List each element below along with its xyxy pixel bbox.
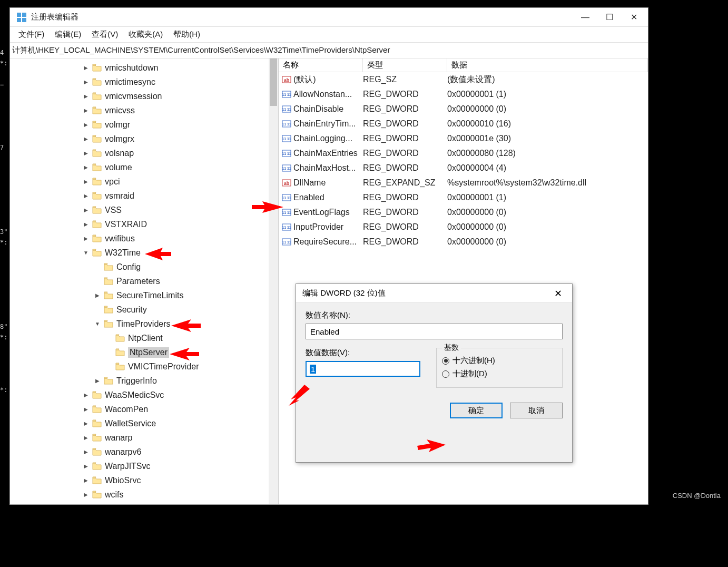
expand-icon[interactable]: ▶	[83, 164, 89, 170]
value-row[interactable]: 011 110ChainMaxHost...REG_DWORD0x0000000…	[279, 161, 648, 175]
radio-dec-row[interactable]: 十进制(D)	[442, 369, 557, 379]
values-list[interactable]: ab(默认)REG_SZ(数值未设置)011 110AllowNonstan..…	[279, 72, 648, 249]
minimize-button[interactable]: —	[573, 9, 597, 25]
tree-item-ntpclient[interactable]: NtpClient	[10, 331, 278, 345]
tree-item-vmictimesync[interactable]: ▶vmictimesync	[10, 75, 278, 89]
expand-icon[interactable]: ▶	[83, 150, 89, 156]
tree-item-label: SecureTimeLimits	[116, 291, 183, 300]
tree-item-security[interactable]: Security	[10, 302, 278, 317]
scrollbar-thumb[interactable]	[270, 58, 277, 106]
value-data-input[interactable]: 1	[306, 361, 420, 377]
expand-icon[interactable]: ▶	[94, 378, 101, 384]
tree-item-volsnap[interactable]: ▶volsnap	[10, 146, 278, 160]
value-row[interactable]: 011 110InputProviderREG_DWORD0x00000000 …	[279, 220, 648, 234]
tree-item-vwifibus[interactable]: ▶vwifibus	[10, 231, 278, 246]
tree-item-vmictimeprovider[interactable]: VMICTimeProvider	[10, 359, 278, 374]
tree-item-vmicvmsession[interactable]: ▶vmicvmsession	[10, 89, 278, 103]
expand-icon[interactable]: ▶	[83, 65, 89, 71]
expand-icon[interactable]: ▶	[83, 193, 89, 199]
maximize-button[interactable]: ☐	[597, 9, 622, 25]
expand-icon[interactable]: ▶	[83, 136, 89, 142]
dialog-titlebar[interactable]: 编辑 DWORD (32 位)值 ✕	[296, 284, 572, 303]
expand-icon[interactable]: ▶	[83, 236, 89, 241]
menu-help[interactable]: 帮助(H)	[168, 27, 205, 42]
radio-hex[interactable]	[442, 357, 449, 365]
close-button[interactable]: ✕	[622, 9, 646, 25]
tree-item-vsmraid[interactable]: ▶vsmraid	[10, 189, 278, 203]
tree-item-wbiosrvc[interactable]: ▶WbioSrvc	[10, 473, 278, 487]
expand-icon[interactable]: ▶	[83, 221, 89, 227]
tree-item-walletservice[interactable]: ▶WalletService	[10, 416, 278, 431]
tree-item-vstxraid[interactable]: ▶VSTXRAID	[10, 217, 278, 231]
radio-hex-row[interactable]: 十六进制(H)	[442, 356, 557, 366]
registry-tree[interactable]: ▶vmicshutdown▶vmictimesync▶vmicvmsession…	[10, 58, 278, 502]
tree-item-label: W32Time	[105, 248, 141, 258]
tree-item-ntpserver[interactable]: NtpServer	[10, 345, 278, 359]
header-data[interactable]: 数据	[447, 58, 648, 72]
tree-item-securetimelimits[interactable]: ▶SecureTimeLimits	[10, 288, 278, 302]
header-type[interactable]: 类型	[363, 58, 447, 72]
expand-icon[interactable]: ▶	[83, 463, 89, 469]
menu-file[interactable]: 文件(F)	[13, 27, 50, 42]
value-row[interactable]: 011 110ChainMaxEntriesREG_DWORD0x0000008…	[279, 146, 648, 161]
expand-icon[interactable]: ▶	[83, 93, 89, 99]
value-row[interactable]: 011 110ChainLogging...REG_DWORD0x0000001…	[279, 131, 648, 146]
tree-item-wcifs[interactable]: ▶wcifs	[10, 487, 278, 502]
list-header[interactable]: 名称 类型 数据	[279, 58, 648, 72]
value-row[interactable]: ab(默认)REG_SZ(数值未设置)	[279, 72, 648, 87]
tree-item-volmgrx[interactable]: ▶volmgrx	[10, 132, 278, 146]
value-row[interactable]: 011 110RequireSecure...REG_DWORD0x000000…	[279, 234, 648, 249]
expand-icon[interactable]: ▶	[83, 492, 89, 497]
collapse-icon[interactable]: ▼	[94, 321, 101, 327]
folder-icon	[104, 306, 113, 314]
tree-item-wanarp[interactable]: ▶wanarp	[10, 431, 278, 445]
tree-item-parameters[interactable]: Parameters	[10, 274, 278, 288]
menu-favorites[interactable]: 收藏夹(A)	[123, 27, 168, 42]
tree-item-vmicshutdown[interactable]: ▶vmicshutdown	[10, 61, 278, 75]
tree-item-w32time[interactable]: ▼W32Time	[10, 246, 278, 260]
menubar: 文件(F) 编辑(E) 查看(V) 收藏夹(A) 帮助(H)	[10, 27, 648, 43]
tree-item-volume[interactable]: ▶volume	[10, 160, 278, 174]
address-bar[interactable]: 计算机\HKEY_LOCAL_MACHINE\SYSTEM\CurrentCon…	[10, 43, 648, 58]
tree-item-waasmedicsvc[interactable]: ▶WaaSMedicSvc	[10, 388, 278, 402]
tree-item-timeproviders[interactable]: ▼TimeProviders	[10, 317, 278, 331]
radio-dec[interactable]	[442, 370, 449, 378]
tree-item-vss[interactable]: ▶VSS	[10, 203, 278, 217]
expand-icon[interactable]: ▶	[83, 392, 89, 398]
tree-scrollbar[interactable]	[269, 58, 278, 504]
tree-item-config[interactable]: Config	[10, 260, 278, 274]
menu-edit[interactable]: 编辑(E)	[50, 27, 86, 42]
tree-item-volmgr[interactable]: ▶volmgr	[10, 118, 278, 132]
tree-item-vpci[interactable]: ▶vpci	[10, 174, 278, 189]
terminal-background: 4*:=73"*:8"*:*:	[0, 0, 9, 567]
collapse-icon[interactable]: ▼	[83, 250, 89, 256]
expand-icon[interactable]: ▶	[83, 207, 89, 213]
expand-icon[interactable]: ▶	[83, 421, 89, 426]
value-row[interactable]: 011 110EventLogFlagsREG_DWORD0x00000000 …	[279, 205, 648, 220]
expand-icon[interactable]: ▶	[83, 79, 89, 85]
cancel-button[interactable]: 取消	[510, 403, 563, 418]
expand-icon[interactable]: ▶	[83, 406, 89, 412]
expand-icon[interactable]: ▶	[83, 435, 89, 441]
tree-item-wanarpv6[interactable]: ▶wanarpv6	[10, 445, 278, 459]
value-row[interactable]: 011 110EnabledREG_DWORD0x00000001 (1)	[279, 190, 648, 205]
tree-item-wacompen[interactable]: ▶WacomPen	[10, 402, 278, 416]
value-row[interactable]: 011 110ChainEntryTim...REG_DWORD0x000000…	[279, 116, 648, 131]
header-name[interactable]: 名称	[279, 58, 363, 72]
value-row[interactable]: 011 110AllowNonstan...REG_DWORD0x0000000…	[279, 87, 648, 102]
menu-view[interactable]: 查看(V)	[86, 27, 123, 42]
expand-icon[interactable]: ▶	[83, 449, 89, 455]
expand-icon[interactable]: ▶	[83, 477, 89, 483]
tree-item-triggerinfo[interactable]: ▶TriggerInfo	[10, 374, 278, 388]
value-row[interactable]: abDllNameREG_EXPAND_SZ%systemroot%\syste…	[279, 175, 648, 190]
tree-item-warpjitsvc[interactable]: ▶WarpJITSvc	[10, 459, 278, 473]
expand-icon[interactable]: ▶	[83, 107, 89, 113]
value-row[interactable]: 011 110ChainDisableREG_DWORD0x00000000 (…	[279, 102, 648, 116]
titlebar[interactable]: 注册表编辑器 — ☐ ✕	[10, 8, 648, 27]
dialog-close-button[interactable]: ✕	[550, 288, 566, 299]
ok-button[interactable]: 确定	[450, 403, 503, 418]
expand-icon[interactable]: ▶	[94, 292, 101, 298]
expand-icon[interactable]: ▶	[83, 179, 89, 184]
expand-icon[interactable]: ▶	[83, 122, 89, 128]
tree-item-vmicvss[interactable]: ▶vmicvss	[10, 103, 278, 118]
